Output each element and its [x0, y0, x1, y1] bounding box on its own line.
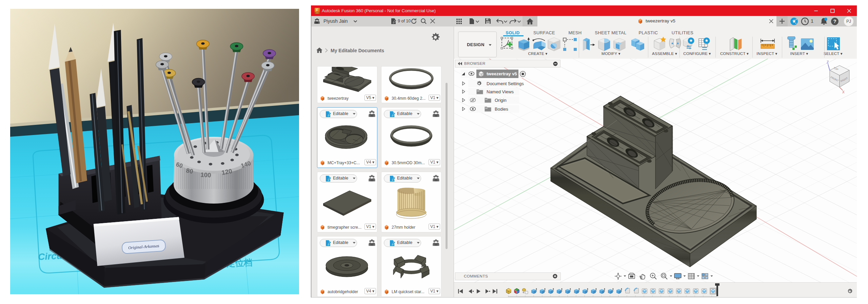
- svg-text:F: F: [316, 8, 318, 12]
- svg-text:100: 100: [200, 171, 211, 179]
- svg-text:?: ?: [833, 18, 836, 24]
- svg-text:Z: Z: [827, 60, 829, 64]
- svg-text:80: 80: [185, 167, 194, 175]
- svg-text:360: 360: [316, 12, 319, 14]
- svg-text:X: X: [842, 90, 845, 94]
